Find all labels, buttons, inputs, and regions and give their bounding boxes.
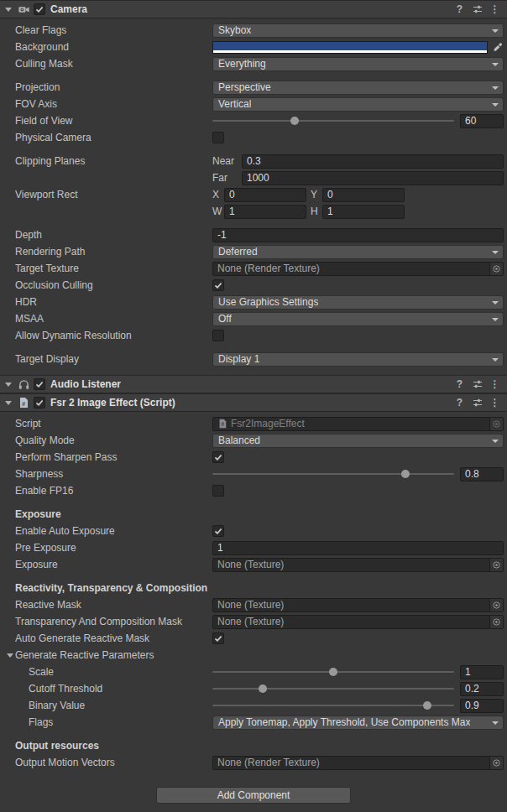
- dropdown-value: Everything: [218, 58, 266, 70]
- auto-generate-reactive-mask-checkbox[interactable]: [212, 632, 224, 644]
- occlusion-culling-checkbox[interactable]: [212, 279, 224, 291]
- foldout-arrow-icon[interactable]: [7, 653, 13, 658]
- x-label[interactable]: X: [212, 189, 224, 200]
- slider-track: [212, 473, 454, 475]
- help-icon[interactable]: ?: [452, 397, 467, 409]
- field-label: Sharpness: [15, 468, 212, 480]
- near-field[interactable]: 0.3: [242, 154, 504, 169]
- row-clear-flags: Clear Flags Skybox: [0, 23, 507, 38]
- group-spacer: [0, 574, 507, 580]
- camera-enabled-checkbox[interactable]: [34, 3, 45, 15]
- more-menu-icon[interactable]: ⋮: [488, 378, 502, 390]
- fsr2-component-header[interactable]: # Fsr 2 Image Effect (Script) ? ⋮: [0, 393, 507, 412]
- target-texture-object-field[interactable]: None (Render Texture): [212, 262, 504, 276]
- slider-knob[interactable]: [423, 701, 431, 710]
- field-of-view-value[interactable]: 60: [460, 114, 504, 128]
- clear-flags-dropdown[interactable]: Skybox: [212, 23, 504, 38]
- viewport-x-field[interactable]: 0: [224, 188, 306, 202]
- near-label[interactable]: Near: [212, 155, 242, 167]
- add-component-button[interactable]: Add Component: [156, 787, 351, 804]
- row-enable-fp16: Enable FP16: [0, 483, 507, 498]
- row-occlusion-culling: Occlusion Culling: [0, 278, 507, 293]
- flags-dropdown[interactable]: Apply Tonemap, Apply Threshold, Use Comp…: [212, 716, 504, 730]
- viewport-w-field[interactable]: 1: [224, 205, 306, 219]
- help-icon[interactable]: ?: [452, 378, 467, 390]
- object-picker-icon[interactable]: [489, 599, 503, 612]
- culling-mask-dropdown[interactable]: Everything: [212, 57, 504, 71]
- foldout-arrow-icon[interactable]: [5, 401, 12, 405]
- object-picker-icon[interactable]: [489, 616, 503, 628]
- w-label[interactable]: W: [212, 206, 224, 217]
- exposure-object-field[interactable]: None (Texture): [212, 558, 504, 572]
- object-picker-icon[interactable]: [489, 418, 503, 430]
- slider-knob[interactable]: [290, 117, 299, 125]
- foldout-arrow-icon[interactable]: [5, 383, 12, 387]
- hdr-dropdown[interactable]: Use Graphics Settings: [212, 295, 504, 310]
- enable-auto-exposure-checkbox[interactable]: [212, 525, 224, 537]
- component-title: Camera: [50, 3, 87, 15]
- perform-sharpen-pass-checkbox[interactable]: [212, 451, 224, 463]
- field-of-view-slider[interactable]: [212, 113, 454, 128]
- physical-camera-checkbox[interactable]: [212, 132, 224, 143]
- slider-knob[interactable]: [401, 470, 410, 478]
- more-menu-icon[interactable]: ⋮: [488, 397, 502, 409]
- far-label[interactable]: Far: [212, 172, 242, 184]
- object-picker-icon[interactable]: [489, 559, 503, 571]
- sharpness-slider[interactable]: [212, 466, 454, 481]
- transparency-mask-object-field[interactable]: None (Texture): [212, 615, 504, 629]
- enable-fp16-checkbox[interactable]: [212, 485, 224, 497]
- presets-icon[interactable]: [470, 379, 484, 389]
- projection-dropdown[interactable]: Perspective: [212, 81, 504, 95]
- object-field-value: None (Texture): [217, 599, 489, 611]
- foldout-arrow-icon[interactable]: [5, 8, 12, 12]
- row-fov-axis: FOV Axis Vertical: [0, 96, 507, 112]
- field-value-text: 1: [465, 666, 471, 678]
- object-picker-icon[interactable]: [489, 757, 503, 769]
- binary-value-value[interactable]: 0.9: [460, 699, 504, 713]
- field-value-text: 60: [465, 115, 476, 127]
- presets-icon[interactable]: [470, 4, 484, 14]
- chevron-down-icon: [492, 63, 499, 66]
- reactive-mask-object-field[interactable]: None (Texture): [212, 598, 504, 612]
- sharpness-value[interactable]: 0.8: [460, 467, 504, 481]
- far-field[interactable]: 1000: [242, 171, 504, 185]
- msaa-dropdown[interactable]: Off: [212, 312, 504, 326]
- dropdown-value: Balanced: [218, 435, 260, 446]
- audio-listener-component-header[interactable]: Audio Listener ? ⋮: [0, 375, 507, 393]
- viewport-y-field[interactable]: 0: [322, 188, 405, 202]
- allow-dynamic-resolution-checkbox[interactable]: [212, 330, 224, 341]
- field-label: Script: [15, 418, 212, 429]
- cutoff-threshold-slider[interactable]: [212, 681, 454, 696]
- row-physical-camera: Physical Camera: [0, 130, 507, 145]
- fsr2-enabled-checkbox[interactable]: [34, 397, 45, 409]
- depth-field[interactable]: -1: [212, 228, 504, 242]
- field-value-text: 0: [229, 189, 235, 200]
- fov-axis-dropdown[interactable]: Vertical: [212, 97, 504, 112]
- rendering-path-dropdown[interactable]: Deferred: [212, 245, 504, 259]
- slider-knob[interactable]: [329, 668, 337, 676]
- row-culling-mask: Culling Mask Everything: [0, 56, 507, 71]
- viewport-h-field[interactable]: 1: [322, 205, 405, 219]
- camera-component-header[interactable]: Camera ? ⋮: [0, 0, 507, 18]
- quality-mode-dropdown[interactable]: Balanced: [212, 434, 504, 448]
- target-display-dropdown[interactable]: Display 1: [212, 352, 504, 367]
- field-label: Target Texture: [15, 263, 212, 274]
- pre-exposure-field[interactable]: 1: [212, 541, 504, 555]
- eyedropper-icon[interactable]: [492, 41, 504, 54]
- slider-knob[interactable]: [259, 684, 267, 693]
- binary-value-slider[interactable]: [212, 698, 454, 713]
- background-color-field[interactable]: [212, 41, 488, 54]
- presets-icon[interactable]: [470, 398, 484, 408]
- y-label[interactable]: Y: [311, 189, 322, 200]
- object-picker-icon[interactable]: [489, 263, 503, 275]
- scale-value[interactable]: 1: [460, 665, 504, 679]
- output-motion-vectors-object-field[interactable]: None (Render Texture): [212, 756, 504, 770]
- h-label[interactable]: H: [311, 206, 322, 217]
- help-icon[interactable]: ?: [452, 3, 467, 15]
- cutoff-threshold-value[interactable]: 0.2: [460, 682, 504, 696]
- scale-slider[interactable]: [212, 664, 454, 679]
- more-menu-icon[interactable]: ⋮: [488, 3, 502, 15]
- row-clipping-planes-far: Far 1000: [0, 170, 507, 185]
- row-generate-reactive-parameters[interactable]: Generate Reactive Parameters: [0, 648, 507, 663]
- audio-listener-enabled-checkbox[interactable]: [34, 378, 45, 390]
